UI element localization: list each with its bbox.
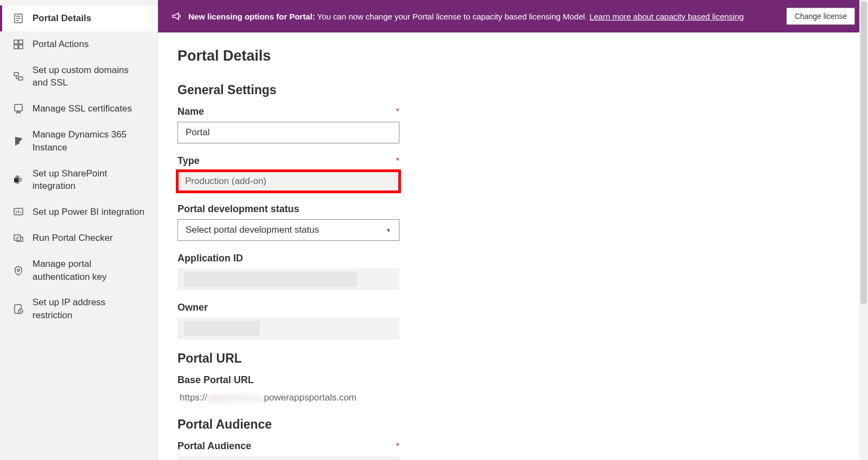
url-subdomain-redacted xyxy=(207,395,261,402)
status-field: Portal development status Select portal … xyxy=(177,203,849,241)
svg-rect-8 xyxy=(14,73,18,76)
actions-icon xyxy=(13,39,24,50)
banner-learn-more-link[interactable]: Learn more about capacity based licensin… xyxy=(589,12,744,21)
name-label: Name xyxy=(177,106,204,117)
svg-point-20 xyxy=(17,269,19,271)
sidebar-item-custom-domains[interactable]: Set up custom domains and SSL xyxy=(0,57,157,96)
licensing-banner: New licensing options for Portal: You ca… xyxy=(158,0,868,32)
svg-rect-6 xyxy=(14,45,18,49)
sidebar-item-label: Set up IP address restriction xyxy=(32,296,144,322)
page-title: Portal Details xyxy=(177,48,849,64)
change-license-button[interactable]: Change license xyxy=(786,8,855,25)
svg-rect-5 xyxy=(19,40,23,44)
sidebar-item-label: Set up Power BI integration xyxy=(32,206,144,219)
svg-rect-10 xyxy=(15,104,22,111)
sidebar-item-label: Manage portal authentication key xyxy=(32,258,144,284)
sidebar-item-label: Set up custom domains and SSL xyxy=(32,64,144,90)
status-select[interactable]: Select portal development status ▼ xyxy=(177,219,399,241)
svg-rect-7 xyxy=(19,45,23,49)
audience-value: Customer xyxy=(177,456,399,460)
svg-rect-9 xyxy=(18,77,23,80)
banner-desc: You can now change your Portal license t… xyxy=(315,12,589,21)
sidebar-item-label: Run Portal Checker xyxy=(32,232,144,245)
type-field: Type * Production (add-on) xyxy=(177,155,849,192)
general-settings-heading: General Settings xyxy=(177,83,849,97)
status-label: Portal development status xyxy=(177,203,299,215)
sidebar-item-ssl-certs[interactable]: Manage SSL certificates xyxy=(0,96,157,122)
sidebar-item-label: Portal Actions xyxy=(32,38,144,51)
sharepoint-icon xyxy=(13,174,24,185)
owner-field: Owner xyxy=(177,302,849,339)
appid-field: Application ID xyxy=(177,253,849,290)
sidebar-item-label: Portal Details xyxy=(32,12,144,25)
svg-rect-4 xyxy=(14,40,18,44)
sidebar-item-dynamics-instance[interactable]: Manage Dynamics 365 Instance xyxy=(0,122,157,161)
main-area: New licensing options for Portal: You ca… xyxy=(158,0,868,460)
sidebar-item-ip-restriction[interactable]: Set up IP address restriction xyxy=(0,290,157,328)
base-url-field: Base Portal URL https://.powerappsportal… xyxy=(177,374,849,405)
svg-rect-14 xyxy=(14,178,18,182)
content-area: Portal Details General Settings Name * T… xyxy=(158,32,868,460)
sidebar-item-label: Manage SSL certificates xyxy=(32,102,144,115)
sidebar-item-powerbi[interactable]: Set up Power BI integration xyxy=(0,199,157,225)
banner-bold: New licensing options for Portal: xyxy=(188,12,315,21)
sidebar-item-label: Set up SharePoint integration xyxy=(32,167,144,193)
type-label: Type xyxy=(177,155,200,167)
details-icon xyxy=(13,13,24,24)
base-url-value: https://.powerappsportals.com xyxy=(177,390,849,405)
portal-audience-heading: Portal Audience xyxy=(177,417,849,432)
sidebar-item-portal-details[interactable]: Portal Details xyxy=(0,5,157,31)
domains-icon xyxy=(13,71,24,82)
required-mark: * xyxy=(396,107,399,117)
ip-restriction-icon xyxy=(13,304,24,314)
chevron-down-icon: ▼ xyxy=(386,227,391,233)
vertical-scrollbar[interactable] xyxy=(859,0,868,460)
owner-value-redacted xyxy=(177,318,399,339)
name-input[interactable] xyxy=(177,122,399,143)
status-placeholder: Select portal development status xyxy=(186,225,319,235)
required-mark: * xyxy=(396,442,399,451)
megaphone-icon xyxy=(171,11,182,22)
sidebar-item-sharepoint[interactable]: Set up SharePoint integration xyxy=(0,161,157,200)
scrollbar-thumb[interactable] xyxy=(860,1,867,304)
portal-url-heading: Portal URL xyxy=(177,351,849,366)
powerbi-icon xyxy=(13,207,24,218)
sidebar-item-auth-key[interactable]: Manage portal authentication key xyxy=(0,251,157,290)
sidebar: Portal Details Portal Actions Set up cus… xyxy=(0,0,158,460)
owner-label: Owner xyxy=(177,302,208,313)
sidebar-item-portal-actions[interactable]: Portal Actions xyxy=(0,31,157,57)
sidebar-item-label: Manage Dynamics 365 Instance xyxy=(32,128,144,154)
audience-label: Portal Audience xyxy=(177,441,251,452)
url-suffix: .powerappsportals.com xyxy=(261,392,357,403)
shield-icon xyxy=(13,265,24,276)
dynamics-icon xyxy=(13,136,24,147)
audience-field: Portal Audience * Customer xyxy=(177,441,849,460)
banner-text: New licensing options for Portal: You ca… xyxy=(188,12,775,21)
certificate-icon xyxy=(13,103,24,114)
sidebar-item-portal-checker[interactable]: Run Portal Checker xyxy=(0,225,157,251)
name-field: Name * xyxy=(177,106,849,143)
appid-value-redacted xyxy=(177,268,399,290)
checker-icon xyxy=(13,233,24,244)
url-prefix: https:// xyxy=(180,392,207,403)
appid-label: Application ID xyxy=(177,253,243,264)
type-value: Production (add-on) xyxy=(177,171,399,192)
base-url-label: Base Portal URL xyxy=(177,374,254,386)
required-mark: * xyxy=(396,156,399,166)
